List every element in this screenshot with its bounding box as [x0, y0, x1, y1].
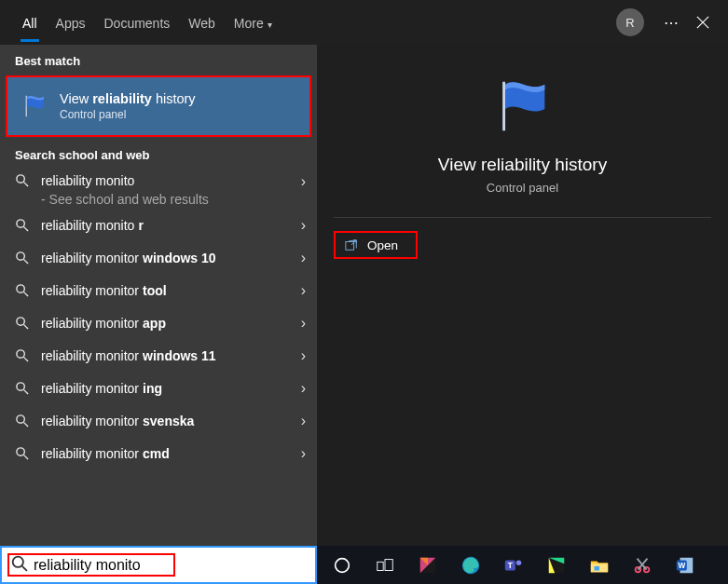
- taskbar-app-explorer-icon[interactable]: [580, 546, 619, 584]
- web-result-hint: - See school and web results: [41, 192, 209, 207]
- best-match-item[interactable]: View reliability history Control panel: [6, 75, 311, 137]
- taskbar: T W: [317, 546, 728, 584]
- ellipsis-icon[interactable]: ⋯: [655, 7, 687, 38]
- open-icon: [345, 238, 358, 251]
- task-view-icon[interactable]: [365, 546, 405, 584]
- web-result-query: reliability monito: [41, 173, 134, 188]
- svg-line-10: [23, 324, 28, 329]
- suggestion-text: reliability monitor tool: [41, 283, 301, 298]
- taskbar-app-teams-icon[interactable]: T: [494, 546, 533, 584]
- tab-apps[interactable]: Apps: [47, 3, 95, 42]
- search-icon: [11, 414, 32, 428]
- best-match-texts: View reliability history Control panel: [60, 91, 196, 121]
- suggestion-text: reliability monitor windows 11: [41, 348, 301, 363]
- svg-rect-20: [346, 242, 354, 251]
- chevron-right-icon[interactable]: ›: [301, 445, 306, 462]
- svg-text:T: T: [508, 561, 513, 569]
- search-icon: [11, 316, 32, 330]
- svg-line-22: [22, 565, 27, 570]
- suggestion-text: reliability monitoring: [41, 381, 301, 396]
- svg-line-14: [23, 389, 28, 394]
- suggestion-row[interactable]: reliability monitor windows 11›: [0, 339, 317, 372]
- search-icon: [11, 446, 32, 460]
- filter-tabs: All Apps Documents Web More ▾ R ⋯: [0, 0, 728, 45]
- tab-more-label: More: [234, 16, 264, 31]
- user-avatar[interactable]: R: [616, 8, 644, 36]
- results-list: reliability monito - See school and web …: [0, 168, 317, 546]
- suggestion-row[interactable]: reliability monitor tool›: [0, 274, 317, 306]
- svg-point-1: [16, 175, 23, 183]
- web-result-top[interactable]: reliability monito - See school and web …: [0, 168, 317, 209]
- chevron-right-icon[interactable]: ›: [301, 282, 306, 299]
- taskbar-app-intellij-icon[interactable]: [408, 546, 447, 584]
- chevron-right-icon[interactable]: ›: [301, 173, 306, 190]
- svg-point-23: [336, 558, 350, 572]
- svg-line-4: [23, 226, 28, 231]
- svg-line-16: [23, 422, 28, 427]
- close-icon[interactable]: [687, 7, 719, 38]
- best-title-post: history: [152, 91, 196, 106]
- suggestion-row[interactable]: reliability monitor windows 10›: [0, 241, 317, 274]
- taskbar-app-edge-icon[interactable]: [451, 546, 490, 584]
- svg-rect-19: [502, 82, 505, 131]
- tab-documents[interactable]: Documents: [94, 3, 179, 42]
- svg-point-13: [16, 383, 23, 390]
- svg-point-30: [516, 560, 522, 565]
- svg-line-6: [23, 259, 28, 264]
- search-icon: [11, 555, 28, 576]
- section-best-match: Best match: [0, 45, 317, 74]
- suggestion-row[interactable]: reliability monitor›: [0, 209, 317, 241]
- svg-point-3: [16, 220, 23, 227]
- chevron-right-icon[interactable]: ›: [301, 217, 306, 234]
- svg-line-12: [23, 357, 28, 361]
- search-input[interactable]: [34, 557, 306, 574]
- chevron-right-icon[interactable]: ›: [301, 413, 306, 429]
- tab-web[interactable]: Web: [179, 3, 225, 42]
- svg-line-8: [23, 292, 28, 296]
- best-match-subtitle: Control panel: [60, 108, 196, 121]
- suggestion-row[interactable]: reliability monitoring›: [0, 372, 317, 404]
- search-icon: [11, 381, 32, 395]
- tab-all[interactable]: All: [13, 3, 47, 42]
- bottom-bar: T W: [0, 546, 728, 584]
- search-icon: [11, 348, 32, 362]
- tab-more[interactable]: More ▾: [225, 3, 282, 42]
- svg-line-2: [23, 182, 28, 186]
- open-button[interactable]: Open: [334, 231, 418, 259]
- svg-point-7: [16, 285, 23, 292]
- suggestion-row[interactable]: reliability monitor app›: [0, 306, 317, 339]
- chevron-right-icon[interactable]: ›: [301, 347, 306, 364]
- chevron-down-icon: ▾: [268, 20, 272, 30]
- suggestion-row[interactable]: reliability monitor svenska›: [0, 404, 317, 437]
- best-title-bold: reliability: [92, 91, 152, 106]
- taskbar-app-snip-icon[interactable]: [623, 546, 662, 584]
- search-icon: [11, 283, 32, 297]
- svg-point-21: [13, 556, 23, 566]
- chevron-right-icon[interactable]: ›: [301, 380, 306, 397]
- svg-rect-25: [385, 559, 392, 570]
- search-box[interactable]: [0, 546, 317, 584]
- suggestion-text: reliability monitor cmd: [41, 446, 301, 461]
- search-icon: [11, 218, 32, 232]
- svg-rect-0: [26, 96, 27, 117]
- taskbar-app-pycharm-icon[interactable]: [537, 546, 576, 584]
- svg-rect-24: [378, 562, 383, 570]
- suggestion-text: reliability monitor windows 10: [41, 251, 301, 265]
- chevron-right-icon[interactable]: ›: [301, 315, 306, 332]
- section-web: Search school and web: [0, 139, 317, 168]
- svg-point-5: [16, 252, 23, 260]
- details-subtitle: Control panel: [487, 181, 558, 195]
- suggestion-text: reliability monitor svenska: [41, 414, 301, 428]
- svg-point-15: [16, 415, 23, 423]
- svg-point-11: [16, 350, 23, 358]
- best-match-title: View reliability history: [60, 91, 196, 106]
- svg-line-18: [23, 455, 28, 459]
- taskbar-app-word-icon[interactable]: W: [666, 546, 705, 584]
- web-result-text: reliability monito - See school and web …: [41, 173, 301, 207]
- suggestion-row[interactable]: reliability monitor cmd›: [0, 437, 317, 469]
- cortana-icon[interactable]: [323, 546, 362, 584]
- divider: [334, 217, 711, 218]
- flag-icon-large: [489, 73, 556, 140]
- search-icon: [11, 251, 32, 265]
- chevron-right-icon[interactable]: ›: [301, 250, 306, 266]
